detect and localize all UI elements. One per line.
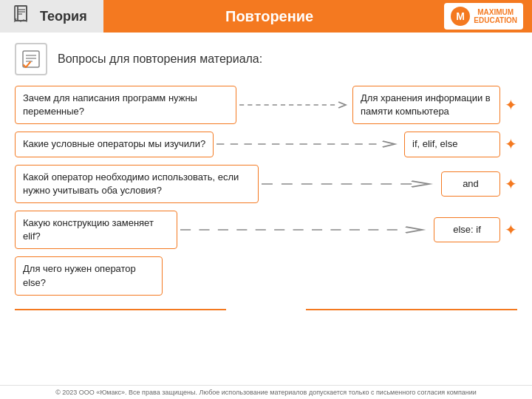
logo-icon: M [450,6,471,27]
checklist-icon [15,43,47,75]
answer-box-4: else: if [434,217,500,242]
plus-icon-1: ✦ [505,96,517,114]
question-text-4: Какую конструкцию заменяет elif? [23,217,154,242]
qa-row-2: Какие условные операторы мы изучили? if,… [15,132,517,157]
header-center: Повторение [103,0,435,33]
answer-text-1: Для хранения информации в памяти компьют… [361,92,491,117]
answer-box-3: and [441,171,500,197]
qa-row-4: Какую конструкцию заменяет elif? else: i… [15,211,517,249]
divider-right [306,309,517,310]
question-box-1: Зачем для написания программ нужны перем… [15,86,236,124]
arrow-dashed-4 [177,223,434,236]
qa-row-5: Для чего нужен оператор else? [15,256,517,295]
logo-text: MAXIMUM EDUCATION [474,8,517,24]
intro-row: Вопросы для повторения материала: [15,43,517,75]
header: Теория Повторение M MAXIMUM EDUCATION [0,0,532,33]
arrow-dashed-3 [259,177,441,191]
svg-text:M: M [456,10,465,22]
dividers [15,301,517,316]
question-text-2: Какие условные операторы мы изучили? [23,138,205,149]
svg-rect-7 [23,51,39,67]
teoria-label: Теория [40,9,87,24]
footer-text: © 2023 ООО «Юмакс». Все права защищены. … [55,389,477,396]
question-box-3: Какой оператор необходимо использовать, … [15,165,259,203]
answer-box-2: if, elif, else [404,132,500,157]
answer-box-1: Для хранения информации в памяти компьют… [352,86,500,124]
logo-box: M MAXIMUM EDUCATION [444,3,523,30]
question-box-2: Какие условные операторы мы изучили? [15,132,214,157]
answer-text-2: if, elif, else [412,138,457,149]
svg-rect-1 [18,6,27,21]
question-text-3: Какой оператор необходимо использовать, … [23,171,239,196]
answer-text-4: else: if [453,224,481,235]
page-title: Повторение [225,8,313,25]
intro-text: Вопросы для повторения материала: [58,52,262,66]
plus-icon-4: ✦ [505,221,517,239]
header-right: M MAXIMUM EDUCATION [435,0,532,33]
svg-rect-0 [15,6,27,21]
question-text-1: Зачем для написания программ нужны перем… [23,92,197,117]
footer: © 2023 ООО «Юмакс». Все права защищены. … [0,385,532,399]
plus-icon-3: ✦ [505,175,517,193]
header-left: Теория [0,0,103,33]
question-text-5: Для чего нужен оператор else? [23,263,136,287]
question-box-5: Для чего нужен оператор else? [15,256,163,295]
book-icon [12,4,33,29]
plus-icon-2: ✦ [505,135,517,153]
qa-section: Зачем для написания программ нужны перем… [15,86,517,296]
qa-row-1: Зачем для написания программ нужны перем… [15,86,517,124]
answer-text-3: and [463,178,479,189]
arrow-dashed-2 [214,137,404,151]
arrow-dashed-1 [236,98,352,112]
qa-row-3: Какой оператор необходимо использовать, … [15,165,517,203]
divider-left [15,309,226,310]
main-content: Вопросы для повторения материала: Зачем … [0,33,532,324]
question-box-4: Какую конструкцию заменяет elif? [15,211,177,249]
